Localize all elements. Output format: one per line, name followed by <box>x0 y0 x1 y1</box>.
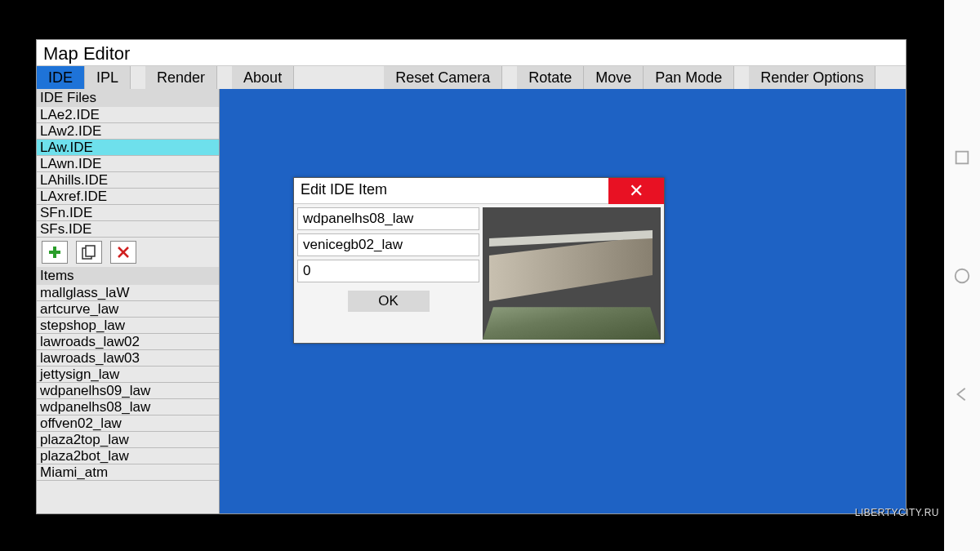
rotate-button[interactable]: Rotate <box>517 66 584 89</box>
ide-file-item[interactable]: LAxref.IDE <box>37 189 219 205</box>
pan-mode-button[interactable]: Pan Mode <box>644 66 734 89</box>
recent-apps-icon[interactable] <box>953 149 971 167</box>
render-options-button[interactable]: Render Options <box>749 66 875 89</box>
dialog-close-button[interactable]: ✕ <box>608 178 664 204</box>
plus-icon <box>47 245 62 260</box>
ide-item[interactable]: plaza2bot_law <box>37 448 219 464</box>
ide-item[interactable]: lawroads_law03 <box>37 350 219 367</box>
back-icon[interactable] <box>953 385 971 403</box>
items-header: Items <box>37 267 219 285</box>
move-button[interactable]: Move <box>584 66 644 89</box>
ide-item[interactable]: Miami_atm <box>37 464 219 481</box>
about-button[interactable]: About <box>232 66 294 89</box>
ide-file-item[interactable]: LAhills.IDE <box>37 172 219 189</box>
close-icon: ✕ <box>629 180 644 202</box>
tab-ide[interactable]: IDE <box>37 66 85 89</box>
copy-button[interactable] <box>76 241 102 264</box>
model-preview <box>483 207 661 340</box>
toolbar-gap <box>217 66 232 89</box>
svg-rect-3 <box>86 246 95 256</box>
toolbar-gap <box>294 66 384 89</box>
dialog-fields: OK <box>297 207 479 340</box>
home-icon[interactable] <box>953 267 971 285</box>
ok-button[interactable]: OK <box>348 291 430 312</box>
ide-item[interactable]: artcurve_law <box>37 301 219 318</box>
ide-file-item[interactable]: LAwn.IDE <box>37 156 219 172</box>
flags-input[interactable] <box>297 260 479 282</box>
edit-ide-dialog: Edit IDE Item ✕ OK <box>293 177 665 344</box>
toolbar-gap <box>734 66 749 89</box>
preview-building <box>489 236 653 301</box>
texture-name-input[interactable] <box>297 233 479 256</box>
ide-item[interactable]: jettysign_law <box>37 367 219 383</box>
preview-ground <box>483 307 661 340</box>
add-button[interactable] <box>42 241 68 264</box>
viewport-3d[interactable]: Edit IDE Item ✕ OK <box>220 89 906 513</box>
render-button[interactable]: Render <box>145 66 217 89</box>
copy-icon <box>81 245 97 260</box>
ide-item[interactable]: stepshop_law <box>37 318 219 334</box>
watermark: LIBERTYCITY.RU <box>855 507 939 518</box>
x-icon <box>117 246 130 259</box>
reset-camera-button[interactable]: Reset Camera <box>384 66 502 89</box>
ide-item[interactable]: lawroads_law02 <box>37 334 219 350</box>
ide-item[interactable]: mallglass_laW <box>37 285 219 301</box>
ide-file-item[interactable]: LAe2.IDE <box>37 107 219 123</box>
screen: Map Editor IDE IPL Render About Reset Ca… <box>0 0 980 551</box>
app-window: Map Editor IDE IPL Render About Reset Ca… <box>36 39 906 514</box>
ide-item[interactable]: offven02_law <box>37 415 219 432</box>
ide-file-item[interactable]: SFn.IDE <box>37 205 219 221</box>
dialog-header: Edit IDE Item ✕ <box>294 178 664 204</box>
ide-files-header: IDE Files <box>37 89 219 107</box>
ide-item[interactable]: wdpanelhs08_law <box>37 399 219 415</box>
delete-button[interactable] <box>110 241 136 264</box>
svg-rect-1 <box>49 251 60 254</box>
dialog-title: Edit IDE Item <box>294 178 608 204</box>
svg-point-7 <box>956 269 969 282</box>
model-name-input[interactable] <box>297 207 479 230</box>
window-title: Map Editor <box>37 40 906 66</box>
ide-item[interactable]: wdpanelhs09_law <box>37 383 219 399</box>
toolbar-gap <box>131 66 145 89</box>
android-nav-bar <box>944 0 980 551</box>
dialog-body: OK <box>294 204 664 343</box>
ide-item[interactable]: plaza2top_law <box>37 432 219 448</box>
ide-files-list: LAe2.IDELAw2.IDELAw.IDELAwn.IDELAhills.I… <box>37 107 219 238</box>
toolbar-gap <box>502 66 517 89</box>
toolbar: IDE IPL Render About Reset Camera Rotate… <box>37 66 906 89</box>
ide-file-item[interactable]: LAw.IDE <box>37 140 219 156</box>
items-list: mallglass_laWartcurve_lawstepshop_lawlaw… <box>37 285 219 481</box>
icon-row <box>37 238 219 267</box>
ide-file-item[interactable]: SFs.IDE <box>37 221 219 238</box>
main-area: IDE Files LAe2.IDELAw2.IDELAw.IDELAwn.ID… <box>37 89 906 513</box>
sidebar: IDE Files LAe2.IDELAw2.IDELAw.IDELAwn.ID… <box>37 89 220 513</box>
ide-file-item[interactable]: LAw2.IDE <box>37 123 219 140</box>
svg-rect-6 <box>956 151 969 163</box>
tab-ipl[interactable]: IPL <box>85 66 131 89</box>
